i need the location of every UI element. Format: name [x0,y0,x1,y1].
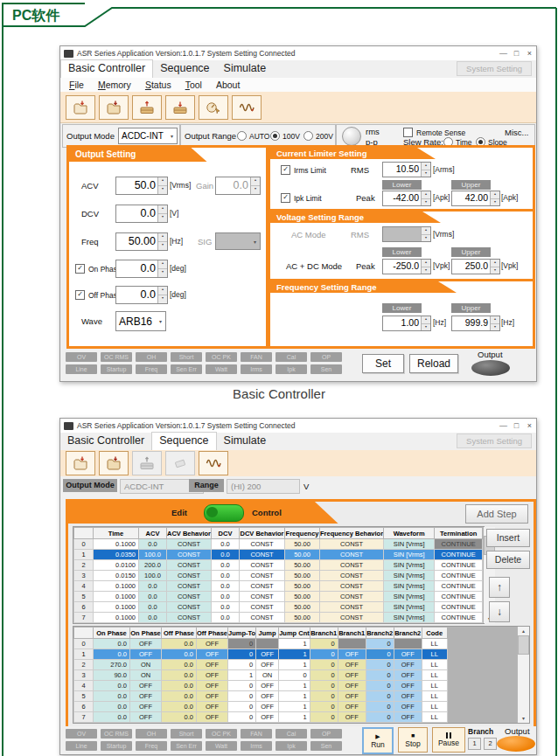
cell[interactable]: 0.0 [162,681,197,691]
spinner-arrows-icon[interactable]: ▴▾ [421,191,430,205]
branch-button-2[interactable]: 2 [484,738,497,750]
cell[interactable]: OFF [394,712,422,723]
cell[interactable]: 0.0 [94,691,130,702]
cell[interactable]: OFF [338,649,366,660]
acdc-lower-spinner[interactable]: -250.0 ▴▾ [382,259,431,274]
toolbar-button[interactable] [99,95,129,120]
cell[interactable]: 0.1000 [94,613,139,623]
cell[interactable]: 0.0350 [94,550,139,560]
cell[interactable]: LL [422,649,447,660]
cell[interactable]: 0.0 [212,571,240,581]
row-index[interactable]: 1 [74,550,94,560]
cell[interactable]: 0.0 [139,613,167,623]
row-index[interactable]: 6 [74,602,94,613]
cell[interactable]: CONST [240,571,285,581]
cell[interactable]: CONTINUE [435,539,483,550]
table-row[interactable]: 70.10000.0CONST0.0CONST50.00CONSTSIN [Vr… [74,613,483,623]
cell[interactable]: 50.00 [285,602,320,613]
cell[interactable]: CONST [167,539,212,550]
cell[interactable]: CONTINUE [435,592,483,602]
cell[interactable]: CONTINUE [435,581,483,592]
cell[interactable]: 0 [310,712,338,723]
cell[interactable]: 0.0 [94,712,130,723]
cell[interactable]: 0 [310,639,338,649]
cell[interactable]: 0 [366,681,394,691]
cell[interactable]: OFF [338,712,366,723]
cell[interactable]: OFF [130,639,162,649]
cell[interactable]: 0.0 [162,712,197,723]
table-row[interactable]: 50.10000.0CONST0.0CONST50.00CONSTSIN [Vr… [74,592,483,602]
cell[interactable]: CONTINUE [435,571,483,581]
cell[interactable]: OFF [197,691,228,702]
cell[interactable]: LL [422,639,447,649]
cell[interactable]: OFF [338,681,366,691]
cell[interactable]: OFF [130,649,162,660]
cell[interactable]: 0 [366,660,394,670]
row-index[interactable]: 5 [74,592,94,602]
cell[interactable]: CONST [320,602,384,613]
ipk-limit-checkbox[interactable]: ✓ Ipk Limit [281,193,322,203]
toolbar-button[interactable] [165,95,195,120]
acv-spinner[interactable]: 50.0 ▴▾ [115,177,168,195]
tab-basic-controller[interactable]: Basic Controller [60,59,153,78]
row-index[interactable]: 3 [74,670,94,681]
dcv-spinner[interactable]: 0.0 ▴▾ [115,205,168,223]
scroll-thumb[interactable] [518,635,529,655]
row-index[interactable]: 2 [74,660,94,670]
cell[interactable]: CONST [320,539,384,550]
cell[interactable]: SIN [Vrms] [384,592,435,602]
row-index[interactable]: 7 [74,712,94,723]
move-up-button[interactable]: ↑ [489,577,510,598]
toolbar-button[interactable] [132,95,162,120]
branch-button-1[interactable]: 1 [468,738,481,750]
cell[interactable]: ON [130,670,162,681]
cell[interactable]: 0.0 [139,539,167,550]
cell[interactable]: 0 [228,639,256,649]
cell[interactable]: 50.00 [285,550,320,560]
spinner-arrows-icon[interactable]: ▴▾ [490,260,499,274]
cell[interactable]: 0.1000 [94,581,139,592]
cell[interactable]: OFF [197,670,228,681]
cell[interactable]: OFF [394,649,422,660]
cell[interactable]: OFF [338,670,366,681]
toolbar-button[interactable] [66,451,95,475]
cell[interactable]: CONTINUE [435,613,483,623]
cell[interactable]: CONST [320,581,384,592]
table-row[interactable]: 00.0OFF0.0OFF0100LL [74,639,448,649]
set-button[interactable]: Set [362,354,404,373]
cell[interactable]: 0.0 [162,639,197,649]
spinner-arrows-icon[interactable]: ▴▾ [490,316,499,330]
toolbar-button[interactable] [199,95,228,120]
toolbar-button[interactable] [199,451,228,475]
table-row[interactable]: 390.0ON0.0OFF1ON00OFF0OFFLL [74,670,448,681]
cell[interactable]: OFF [256,691,279,702]
cell[interactable]: SIN [Vrms] [384,539,435,550]
system-setting-button[interactable]: System Setting [457,433,532,448]
cell[interactable]: SIN [Vrms] [384,560,435,571]
insert-button[interactable]: Insert [486,529,530,547]
cell[interactable]: 0 [366,691,394,702]
off-phase-spinner[interactable]: 0.0 ▴▾ [115,286,168,304]
cell[interactable]: 200.0 [139,560,167,571]
row-index[interactable]: 3 [74,571,94,581]
row-index[interactable]: 1 [74,649,94,660]
cell[interactable]: 0.0 [162,702,197,712]
table-row[interactable]: 60.10000.0CONST0.0CONST50.00CONSTSIN [Vr… [74,602,483,613]
cell[interactable]: LL [422,691,447,702]
on-phase-checkbox[interactable]: ✓ On Phase [75,264,122,274]
cell[interactable]: 0.0 [212,539,240,550]
cell[interactable] [338,639,366,649]
cell[interactable]: CONST [240,602,285,613]
table-row[interactable]: 60.0OFF0.0OFF0OFF10OFF0OFFLL [74,702,448,712]
cell[interactable]: 0 [228,712,256,723]
cell[interactable]: 90.0 [94,670,130,681]
cell[interactable]: OFF [130,712,162,723]
cell[interactable]: 0.1000 [94,592,139,602]
cell[interactable]: OFF [394,670,422,681]
table-row[interactable]: 2270.0ON0.0OFF0OFF10OFF0OFFLL [74,660,448,670]
maximize-button[interactable]: □ [510,49,523,58]
cell[interactable]: CONST [320,571,384,581]
cell[interactable]: OFF [197,649,228,660]
tab-simulate[interactable]: Simulate [217,60,274,78]
cell[interactable]: OFF [256,702,279,712]
